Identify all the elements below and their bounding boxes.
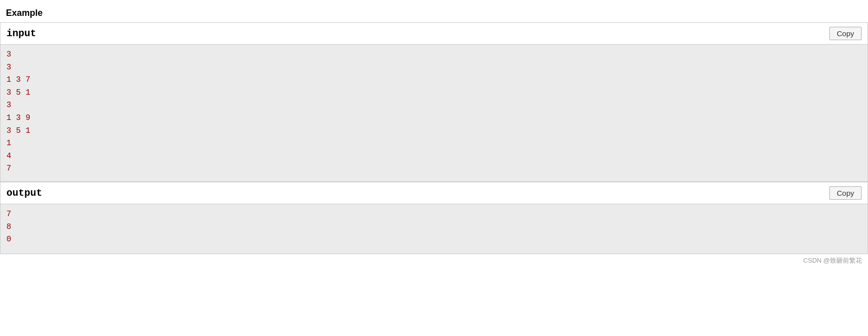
input-line: 1 bbox=[6, 137, 862, 150]
input-label: input bbox=[6, 28, 36, 39]
input-line: 3 5 1 bbox=[6, 87, 862, 100]
input-copy-button[interactable]: Copy bbox=[829, 27, 862, 40]
input-line: 3 bbox=[6, 99, 862, 112]
output-label: output bbox=[6, 187, 42, 199]
output-line: 0 bbox=[6, 233, 862, 246]
output-copy-button[interactable]: Copy bbox=[829, 186, 862, 200]
output-header: output Copy bbox=[0, 182, 868, 204]
watermark: CSDN @致砸前繁花 bbox=[0, 254, 868, 267]
output-section: output Copy 780 bbox=[0, 182, 868, 254]
input-line: 1 3 7 bbox=[6, 74, 862, 87]
page-wrapper: Example input Copy 331 3 73 5 131 3 93 5… bbox=[0, 0, 868, 267]
input-line: 1 3 9 bbox=[6, 112, 862, 125]
input-line: 4 bbox=[6, 150, 862, 163]
input-line: 3 bbox=[6, 49, 862, 61]
output-line: 7 bbox=[6, 208, 862, 221]
input-line: 7 bbox=[6, 163, 862, 175]
input-line: 3 bbox=[6, 61, 862, 74]
output-line: 8 bbox=[6, 221, 862, 234]
input-header: input Copy bbox=[0, 23, 868, 45]
output-content: 780 bbox=[0, 204, 868, 254]
input-line: 3 5 1 bbox=[6, 125, 862, 138]
input-section: input Copy 331 3 73 5 131 3 93 5 1147 bbox=[0, 22, 868, 182]
input-content: 331 3 73 5 131 3 93 5 1147 bbox=[0, 45, 868, 181]
example-title: Example bbox=[0, 5, 868, 22]
